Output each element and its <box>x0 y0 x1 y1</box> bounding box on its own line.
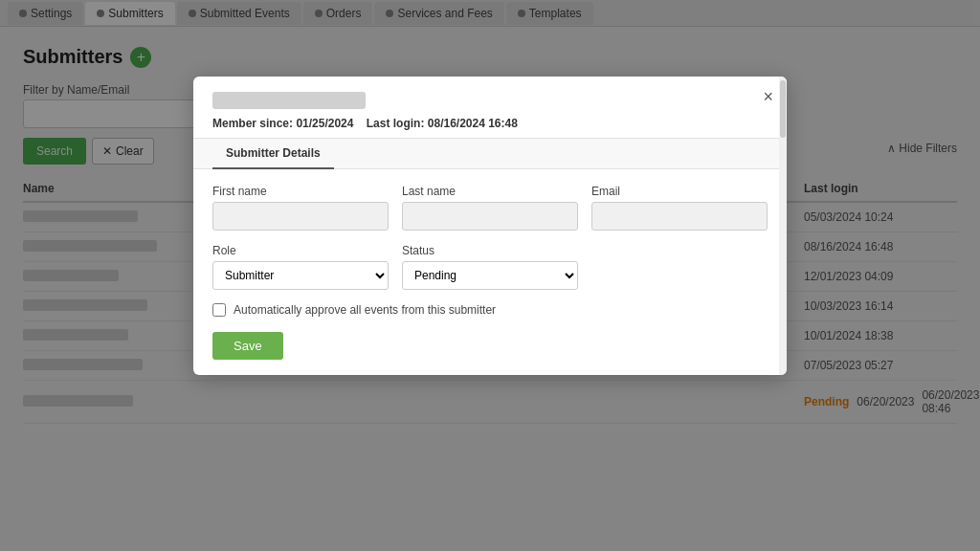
member-since-value: 01/25/2024 <box>296 117 353 130</box>
form-group-status: Status Pending Active Inactive <box>402 244 578 290</box>
last-login-label: Last login: <box>367 117 425 130</box>
modal-tabs: Submitter Details <box>193 139 787 169</box>
form-group-last-name: Last name <box>402 185 578 231</box>
modal-body: First name Last name Email Role Submit <box>193 169 787 375</box>
form-group-first-name: First name <box>212 185 389 231</box>
form-row-names: First name Last name Email <box>212 185 768 231</box>
modal-scroll-thumb <box>780 80 786 138</box>
modal-submitter-name <box>212 92 366 109</box>
modal-tab-submitter-details[interactable]: Submitter Details <box>212 139 334 169</box>
form-row-role-status: Role Submitter Admin Status Pending Acti… <box>212 244 768 290</box>
modal-scrollbar[interactable] <box>779 77 787 375</box>
modal-meta: Member since: 01/25/2024 Last login: 08/… <box>212 117 768 130</box>
status-label: Status <box>402 244 578 257</box>
role-label: Role <box>212 244 389 257</box>
first-name-label: First name <box>212 185 389 198</box>
auto-approve-checkbox[interactable] <box>212 303 226 317</box>
modal-dialog: Member since: 01/25/2024 Last login: 08/… <box>193 77 787 375</box>
last-login-value: 08/16/2024 16:48 <box>428 117 518 130</box>
auto-approve-label[interactable]: Automatically approve all events from th… <box>234 303 496 317</box>
modal-tab-label: Submitter Details <box>226 146 321 160</box>
auto-approve-row: Automatically approve all events from th… <box>212 303 768 317</box>
modal-header: Member since: 01/25/2024 Last login: 08/… <box>193 77 787 139</box>
email-input[interactable] <box>591 202 768 231</box>
status-select[interactable]: Pending Active Inactive <box>402 261 578 290</box>
last-name-input[interactable] <box>402 202 578 231</box>
member-since-label: Member since: <box>212 117 293 130</box>
modal-overlay[interactable]: Member since: 01/25/2024 Last login: 08/… <box>0 0 980 551</box>
modal-close-button[interactable]: × <box>763 88 773 105</box>
form-group-email: Email <box>591 185 768 231</box>
email-label: Email <box>591 185 768 198</box>
save-button[interactable]: Save <box>212 332 283 360</box>
first-name-input[interactable] <box>212 202 389 231</box>
role-select[interactable]: Submitter Admin <box>212 261 389 290</box>
form-group-role: Role Submitter Admin <box>212 244 389 290</box>
last-name-label: Last name <box>402 185 578 198</box>
